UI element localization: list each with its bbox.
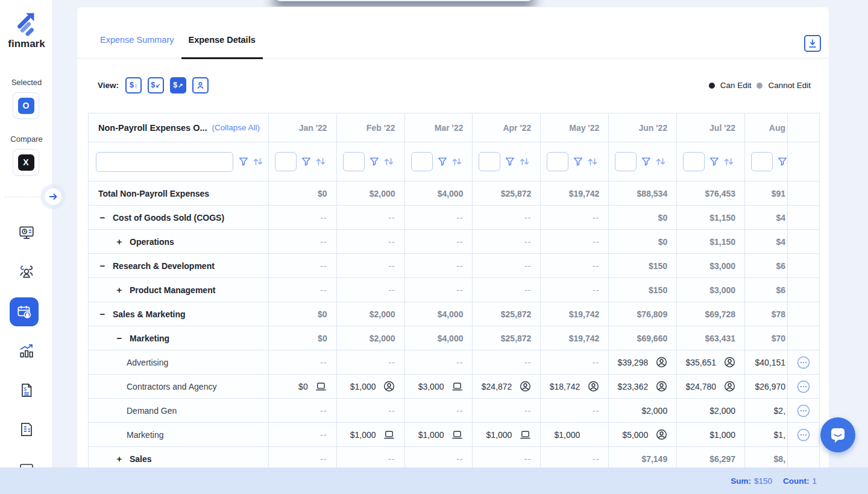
month-filter-input[interactable] (343, 152, 365, 171)
download-button[interactable] (804, 35, 821, 52)
value-cell[interactable]: -- (405, 447, 473, 467)
value-cell[interactable]: -- (541, 278, 609, 302)
value-cell[interactable]: -- (405, 230, 473, 253)
month-sort-button[interactable] (315, 156, 327, 167)
value-cell[interactable]: -- (405, 206, 473, 229)
month-filter-button[interactable] (369, 156, 380, 167)
month-sort-button[interactable] (383, 156, 395, 167)
label-filter-input[interactable] (96, 152, 233, 172)
label-filter-button[interactable] (238, 156, 249, 167)
value-cell[interactable]: -- (473, 350, 541, 374)
value-cell[interactable]: -- (269, 230, 337, 253)
value-cell[interactable]: -- (473, 399, 541, 422)
value-cell[interactable]: -- (541, 254, 609, 277)
row-plus-toggle[interactable]: + (115, 454, 124, 464)
value-cell[interactable]: $8, (745, 447, 788, 467)
value-cell[interactable]: -- (269, 399, 337, 422)
row-minus-toggle[interactable]: − (98, 309, 107, 319)
value-cell[interactable]: $63,431 (677, 326, 745, 350)
value-cell[interactable]: $0 (269, 326, 337, 350)
value-cell[interactable]: $1,150 (677, 230, 745, 253)
sidebar-collapse-button[interactable] (44, 188, 62, 206)
tab-expense-summary[interactable]: Expense Summary (93, 35, 181, 58)
value-cell[interactable]: -- (337, 230, 405, 253)
value-cell[interactable]: $0 (269, 302, 337, 326)
value-cell[interactable]: $1,000 (677, 423, 745, 446)
month-sort-button[interactable] (723, 156, 735, 167)
value-cell[interactable]: -- (405, 399, 473, 422)
value-cell[interactable]: -- (405, 278, 473, 302)
value-cell[interactable]: -- (337, 254, 405, 277)
month-filter-button[interactable] (641, 156, 652, 167)
sidebar-item-expenses-active[interactable]: $ (10, 297, 39, 326)
month-filter-input[interactable] (411, 152, 433, 171)
value-cell[interactable]: $2,000 (337, 326, 405, 350)
view-button-dollar-in[interactable]: $↙ (148, 77, 164, 93)
value-cell[interactable]: $26,970 (745, 375, 788, 398)
row-minus-toggle[interactable]: − (115, 333, 124, 343)
value-cell[interactable]: $6,297 (677, 447, 745, 467)
sidebar-item-forecast[interactable] (0, 343, 53, 359)
month-filter-input[interactable] (275, 152, 297, 171)
value-cell[interactable]: -- (541, 350, 609, 374)
value-cell[interactable]: $150 (609, 278, 677, 302)
value-cell[interactable]: -- (269, 447, 337, 467)
row-options-button[interactable] (797, 380, 810, 393)
value-cell[interactable]: $69,660 (609, 326, 677, 350)
value-cell[interactable]: -- (405, 254, 473, 277)
value-cell[interactable]: -- (541, 206, 609, 229)
value-cell[interactable]: $2,000 (337, 302, 405, 326)
month-filter-button[interactable] (505, 156, 515, 167)
value-cell[interactable]: $24,780 (677, 375, 745, 398)
value-cell[interactable]: $2, (745, 399, 788, 422)
value-cell[interactable]: $1,000 (337, 375, 405, 398)
row-plus-toggle[interactable]: + (115, 285, 124, 295)
value-cell[interactable]: -- (269, 423, 337, 446)
month-filter-button[interactable] (777, 156, 788, 167)
month-filter-input[interactable] (547, 152, 568, 171)
sidebar-item-dashboard[interactable] (0, 224, 53, 241)
month-filter-button[interactable] (437, 156, 448, 167)
row-minus-toggle[interactable]: − (98, 261, 107, 271)
value-cell[interactable]: -- (473, 447, 541, 467)
value-cell[interactable]: $6 (745, 278, 788, 302)
value-cell[interactable]: $3,000 (677, 278, 745, 302)
value-cell[interactable]: $78 (745, 302, 788, 326)
value-cell[interactable]: $24,872 (473, 375, 541, 398)
value-cell[interactable]: $2,000 (337, 182, 405, 205)
value-cell[interactable]: -- (269, 350, 337, 374)
value-cell[interactable]: $35,651 (677, 350, 745, 374)
value-cell[interactable]: $1,150 (677, 206, 745, 229)
value-cell[interactable]: -- (337, 350, 405, 374)
month-filter-input[interactable] (615, 152, 637, 171)
value-cell[interactable]: -- (541, 447, 609, 467)
value-cell[interactable]: $6 (745, 254, 788, 277)
value-cell[interactable]: -- (541, 230, 609, 253)
value-cell[interactable]: $19,742 (541, 182, 609, 205)
selected-scenario-button[interactable]: O (13, 92, 39, 119)
value-cell[interactable]: $4 (745, 206, 788, 229)
value-cell[interactable]: -- (473, 230, 541, 253)
value-cell[interactable]: $0 (269, 182, 337, 205)
compare-scenario-button[interactable]: X (13, 149, 39, 176)
value-cell[interactable]: $39,298 (609, 350, 677, 374)
value-cell[interactable]: $0 (609, 206, 677, 229)
value-cell[interactable]: $70 (745, 326, 788, 350)
value-cell[interactable]: -- (269, 254, 337, 277)
value-cell[interactable]: $7,149 (609, 447, 677, 467)
month-sort-button[interactable] (518, 156, 530, 167)
value-cell[interactable]: $2,000 (677, 399, 745, 422)
value-cell[interactable]: $25,872 (473, 182, 541, 205)
value-cell[interactable]: -- (337, 206, 405, 229)
value-cell[interactable]: $1, (745, 423, 788, 446)
month-sort-button[interactable] (587, 156, 599, 167)
value-cell[interactable]: -- (269, 206, 337, 229)
value-cell[interactable]: $76,453 (677, 182, 745, 205)
value-cell[interactable]: -- (405, 350, 473, 374)
value-cell[interactable]: $23,362 (609, 375, 677, 398)
value-cell[interactable]: -- (473, 278, 541, 302)
chat-widget-button[interactable] (820, 417, 855, 452)
label-sort-button[interactable] (252, 156, 264, 167)
month-filter-input[interactable] (683, 152, 705, 171)
value-cell[interactable]: $2,000 (609, 399, 677, 422)
